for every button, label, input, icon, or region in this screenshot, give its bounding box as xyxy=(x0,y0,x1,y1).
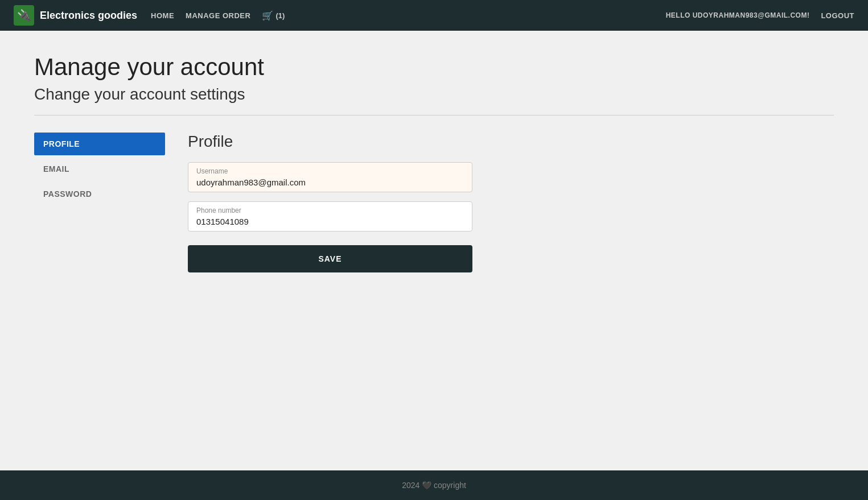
navbar: 🔌 Electronics goodies HOME MANAGE ORDER … xyxy=(0,0,868,31)
page-title: Manage your account xyxy=(34,53,834,81)
phone-value: 01315041089 xyxy=(196,217,464,226)
divider xyxy=(34,115,834,115)
username-group: Username udoyrahman983@gmail.com xyxy=(188,162,472,192)
cart-icon: 🛒 xyxy=(262,10,273,21)
sidebar-item-profile[interactable]: PROFILE xyxy=(34,133,165,155)
cart-link[interactable]: 🛒 (1) xyxy=(262,10,285,21)
nav-links: HOME MANAGE ORDER 🛒 (1) xyxy=(151,10,285,21)
phone-label: Phone number xyxy=(196,206,464,214)
footer-text: 2024 🖤 copyright xyxy=(402,481,466,490)
nav-right: HELLO UDOYRAHMAN983@GMAIL.COM! LOGOUT xyxy=(666,11,854,20)
brand-icon: 🔌 xyxy=(14,5,34,26)
cart-count: (1) xyxy=(275,11,285,20)
home-link[interactable]: HOME xyxy=(151,11,174,20)
username-label: Username xyxy=(196,167,464,175)
sidebar-item-email[interactable]: EMAIL xyxy=(34,158,165,180)
form-area: Profile Username udoyrahman983@gmail.com… xyxy=(188,133,472,272)
form-section-title: Profile xyxy=(188,133,472,151)
phone-group: Phone number 01315041089 xyxy=(188,201,472,232)
sidebar: PROFILE EMAIL PASSWORD xyxy=(34,133,165,272)
phone-field[interactable]: Phone number 01315041089 xyxy=(188,201,472,232)
brand: 🔌 Electronics goodies xyxy=(14,5,137,26)
user-greeting: HELLO UDOYRAHMAN983@GMAIL.COM! xyxy=(666,11,810,19)
username-field[interactable]: Username udoyrahman983@gmail.com xyxy=(188,162,472,192)
manage-order-link[interactable]: MANAGE ORDER xyxy=(186,11,250,20)
content-area: PROFILE EMAIL PASSWORD Profile Username … xyxy=(34,133,834,272)
sidebar-item-password[interactable]: PASSWORD xyxy=(34,183,165,205)
username-value: udoyrahman983@gmail.com xyxy=(196,177,464,187)
logout-button[interactable]: LOGOUT xyxy=(821,11,854,20)
nav-left: 🔌 Electronics goodies HOME MANAGE ORDER … xyxy=(14,5,285,26)
page-subtitle: Change your account settings xyxy=(34,85,834,104)
footer: 2024 🖤 copyright xyxy=(0,470,868,500)
main-content: Manage your account Change your account … xyxy=(0,31,868,470)
save-button[interactable]: SAVE xyxy=(188,245,472,272)
brand-name: Electronics goodies xyxy=(40,10,137,22)
